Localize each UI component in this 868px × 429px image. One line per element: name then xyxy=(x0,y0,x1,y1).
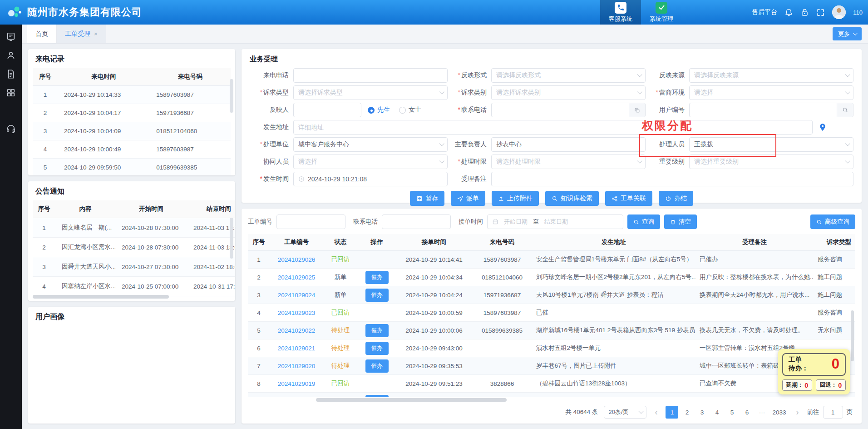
prev-page-button[interactable]: ‹ xyxy=(652,408,660,416)
page-number[interactable]: 6 xyxy=(740,406,753,419)
close-icon[interactable]: × xyxy=(94,30,98,37)
return-chip: 回退：0 xyxy=(816,379,846,391)
copy-icon[interactable] xyxy=(629,103,645,117)
page-number[interactable]: 3 xyxy=(695,406,708,419)
search-button[interactable]: 查询 xyxy=(627,214,660,229)
table-row[interactable]: 1因文峰名居一期(...2024-10-28 07:30:002024-11-0… xyxy=(33,218,235,238)
date-range-picker[interactable]: 开始日期 至 结束日期 xyxy=(487,214,623,229)
cell-phone: 3828866 xyxy=(472,375,532,393)
table-row[interactable]: 52024-10-29 09:59:50015899639385 xyxy=(33,159,231,176)
contact-phone-input[interactable] xyxy=(491,103,646,117)
page-number[interactable]: 2033 xyxy=(770,406,788,419)
tab-work-order[interactable]: 工单受理 × xyxy=(57,25,106,43)
order-id-link[interactable]: 20241029022 xyxy=(278,327,316,334)
reporter-field[interactable] xyxy=(298,106,356,114)
cell-remark xyxy=(695,304,814,322)
clear-button[interactable]: 清空 xyxy=(664,214,697,229)
remark-input[interactable] xyxy=(491,172,853,186)
page-number[interactable]: 1 xyxy=(666,406,678,419)
nav-item-system-admin[interactable]: 系统管理 xyxy=(641,0,682,25)
page-number[interactable]: 2 xyxy=(681,406,693,419)
reflect-form-select[interactable]: 请选择反映形式 xyxy=(491,68,646,83)
table-row[interactable]: 22024-10-29 10:04:1715971936687 xyxy=(33,104,231,122)
handle-unit-select[interactable]: 城中客户服务中心 xyxy=(293,137,448,152)
urge-button[interactable]: 催办 xyxy=(365,324,389,337)
document-icon[interactable] xyxy=(6,69,16,79)
advanced-search-button[interactable]: 高级查询 xyxy=(810,214,855,229)
calendar-icon xyxy=(492,219,498,225)
headset-icon[interactable] xyxy=(6,124,16,134)
urge-button[interactable]: 催办 xyxy=(365,289,389,302)
address-input[interactable] xyxy=(293,120,813,135)
time-limit-select[interactable]: 请选择处理时限 xyxy=(491,155,646,169)
urge-button[interactable]: 催办 xyxy=(365,359,389,373)
dispatch-button[interactable]: 派单 xyxy=(451,191,485,206)
reflect-source-select[interactable]: 请选择反映来源 xyxy=(689,68,853,83)
announcements-vscrollbar-thumb[interactable] xyxy=(230,218,233,259)
handler-select[interactable]: 王拨拨 xyxy=(689,137,853,152)
remark-field[interactable] xyxy=(496,175,848,183)
user-no-input[interactable] xyxy=(689,103,853,117)
urge-button[interactable]: 催办 xyxy=(365,271,389,284)
aftersale-platform-link[interactable]: 售后平台 xyxy=(752,8,777,16)
tab-home[interactable]: 首页 xyxy=(27,25,57,43)
reporter-input[interactable] xyxy=(293,103,361,117)
order-id-link[interactable]: 20241029024 xyxy=(278,292,316,299)
user-no-field[interactable] xyxy=(694,106,837,114)
table-row[interactable]: 12024-10-29 10:14:3315897603987 xyxy=(33,86,231,104)
occur-time-input[interactable]: 2024-10-29 10:21:08 xyxy=(293,172,448,186)
co-worker-select[interactable]: 请选择 xyxy=(293,155,448,169)
importance-select[interactable]: 请选择重要级别 xyxy=(689,155,853,169)
urge-button[interactable]: 催办 xyxy=(365,342,389,355)
fullscreen-icon[interactable] xyxy=(816,8,825,17)
order-no-filter-input[interactable] xyxy=(276,214,345,229)
page-number[interactable]: 4 xyxy=(710,406,723,419)
table-row[interactable]: 32024-10-29 10:04:09018512104060 xyxy=(33,122,231,140)
orders-vscrollbar-thumb[interactable] xyxy=(851,310,854,361)
next-page-button[interactable]: › xyxy=(794,408,801,416)
orders-hscrollbar-thumb[interactable] xyxy=(316,398,507,402)
customer-icon[interactable] xyxy=(6,50,16,60)
table-row[interactable]: 4因塞纳左岸小区水...2024-10-25 07:00:002024-10-3… xyxy=(33,277,235,296)
order-id-link[interactable]: 20241029021 xyxy=(278,345,316,352)
radio-male[interactable]: 先生 xyxy=(368,106,390,114)
call-phone-field[interactable] xyxy=(298,72,443,79)
phone-filter-input[interactable] xyxy=(382,214,451,229)
call-phone-input[interactable] xyxy=(293,68,448,83)
order-id-link[interactable]: 20241029026 xyxy=(278,256,316,263)
workbench-icon[interactable] xyxy=(6,32,16,42)
per-page-select[interactable]: 20条/页 xyxy=(604,406,646,419)
save-draft-button[interactable]: 暂存 xyxy=(410,191,444,206)
table-row[interactable]: 3因舜井大道天风小...2024-10-27 07:30:002024-11-0… xyxy=(33,257,235,277)
biz-env-select[interactable]: 请选择 xyxy=(689,85,853,100)
more-button[interactable]: 更多 xyxy=(833,27,862,40)
order-id-link[interactable]: 20241029020 xyxy=(278,363,316,369)
address-field[interactable] xyxy=(298,124,808,131)
radio-female[interactable]: 女士 xyxy=(399,106,421,114)
location-pin-icon[interactable] xyxy=(818,123,827,132)
table-row[interactable]: 42024-10-29 10:00:4915897603987 xyxy=(33,140,231,159)
upload-attachment-button[interactable]: 上传附件 xyxy=(492,191,539,206)
lock-icon[interactable] xyxy=(800,8,809,17)
appeal-class-select[interactable]: 请选择诉求类别 xyxy=(491,85,646,100)
knowledge-search-button[interactable]: 知识库检索 xyxy=(545,191,599,206)
nav-item-customer-service[interactable]: 客服系统 xyxy=(600,0,641,25)
page-jump-input[interactable] xyxy=(823,406,843,419)
main-leader-input[interactable]: 抄表中心 xyxy=(491,137,646,152)
apps-icon[interactable] xyxy=(6,88,16,98)
call-records-scrollbar-thumb[interactable] xyxy=(230,79,233,113)
announcements-hscrollbar-thumb[interactable] xyxy=(33,295,169,299)
table-row[interactable]: 2因汇龙湾小区需水...2024-10-28 07:30:002024-11-0… xyxy=(33,238,235,257)
order-id-link[interactable]: 20241029025 xyxy=(278,274,316,281)
order-link-button[interactable]: 工单关联 xyxy=(605,191,652,206)
order-id-link[interactable]: 20241029019 xyxy=(278,380,316,387)
user-avatar[interactable] xyxy=(832,5,846,19)
search-icon[interactable] xyxy=(837,103,853,117)
finish-button[interactable]: 办结 xyxy=(659,191,693,206)
contact-phone-field[interactable] xyxy=(496,106,629,114)
appeal-type-select[interactable]: 请选择诉求类型 xyxy=(293,85,448,100)
bell-icon[interactable] xyxy=(784,8,793,17)
page-number[interactable]: 5 xyxy=(725,406,738,419)
urge-button[interactable]: 催办 xyxy=(365,395,389,398)
order-id-link[interactable]: 20241029023 xyxy=(278,309,316,316)
